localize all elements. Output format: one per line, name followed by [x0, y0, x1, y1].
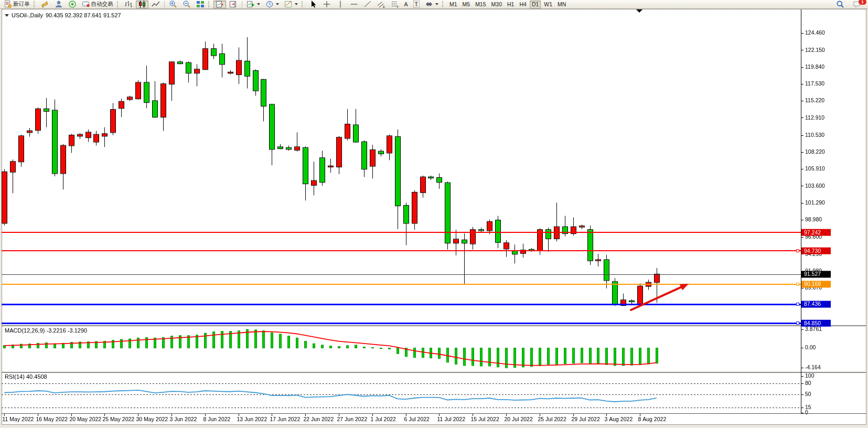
periods-icon [265, 0, 274, 8]
templates-button[interactable] [282, 1, 300, 8]
fibonacci-button[interactable]: F [389, 1, 401, 8]
timeframe-label: M30 [491, 1, 502, 7]
equidistant-channel-icon: E [377, 0, 385, 8]
timeframe-label: M15 [475, 1, 486, 7]
crosshair-button[interactable] [320, 1, 333, 8]
chevron-down-icon [276, 3, 279, 5]
chart-shift-button[interactable] [213, 1, 226, 8]
chevron-down-icon [435, 3, 438, 5]
toolbar-separator [242, 1, 242, 8]
periods-button[interactable] [263, 1, 281, 8]
text-label-label: T [413, 1, 420, 8]
new-order-button[interactable]: 新订单 [2, 1, 32, 8]
chevron-down-icon [295, 3, 298, 5]
text-label-button[interactable]: T [411, 1, 422, 8]
horizontal-line-button[interactable] [348, 1, 360, 8]
search-button[interactable] [834, 1, 846, 8]
auto-scroll-icon [229, 0, 238, 8]
auto-trading-label: 自动交易 [91, 1, 113, 8]
tile-windows-icon [196, 0, 205, 8]
timeframe-m5-button[interactable]: M5 [460, 1, 473, 8]
timeframe-label: D1 [532, 1, 539, 7]
toolbar-right-group: 1 [833, 1, 867, 8]
candlestick-chart-button[interactable] [136, 1, 148, 8]
notification-badge: 1 [859, 0, 866, 5]
indicators-button[interactable] [244, 1, 262, 8]
cursor-button[interactable] [307, 1, 319, 8]
market-signal-icon [68, 0, 77, 8]
timeframe-m15-button[interactable]: M15 [473, 1, 488, 8]
macd-indicator-label: MACD(12,26,9) -3.2216 -3.1290 [5, 327, 87, 334]
chevron-down-icon [257, 3, 260, 5]
svg-text:F: F [397, 5, 399, 8]
toolbar-grip [34, 1, 37, 7]
tile-windows-button[interactable] [194, 1, 207, 8]
timeframe-label: H4 [519, 1, 526, 7]
line-chart-icon [152, 0, 160, 8]
toolbar-grip [117, 1, 121, 7]
zoom-out-button[interactable] [180, 1, 193, 8]
horizontal-line-icon [350, 0, 358, 8]
rsi-indicator-label: RSI(14) 40.4508 [5, 373, 47, 380]
zoom-in-button[interactable] [167, 1, 179, 8]
fibonacci-icon: F [391, 0, 399, 8]
application-window: 新订单自动交易EFATM1M5M15M30H1H4D1W1MN1 USOil-,… [0, 0, 868, 428]
trendline-icon [363, 0, 372, 8]
timeframe-mn-button[interactable]: MN [555, 1, 568, 8]
timeframe-d1-button[interactable]: D1 [530, 1, 541, 8]
symbol-period-label: USOil-,Daily [12, 12, 43, 18]
macd-name: MACD(12,26,9) [5, 327, 45, 334]
chevron-down-icon[interactable] [5, 14, 9, 17]
timeframe-m30-button[interactable]: M30 [489, 1, 504, 8]
vertical-line-icon [336, 0, 345, 8]
vertical-line-button[interactable] [334, 1, 347, 8]
main-toolbar: 新订单自动交易EFATM1M5M15M30H1H4D1W1MN1 [0, 0, 868, 9]
main-chart-canvas[interactable] [0, 0, 868, 428]
timeframe-h1-button[interactable]: H1 [505, 1, 516, 8]
community-icon [55, 0, 63, 8]
timeframe-w1-button[interactable]: W1 [542, 1, 554, 8]
crosshair-icon [323, 0, 331, 8]
ohlc-values: 90.435 92.392 87.641 91.527 [46, 12, 121, 18]
toolbar-separator [164, 1, 165, 8]
text-button[interactable]: A [402, 1, 410, 8]
macd-values: -3.2216 -3.1290 [46, 327, 87, 334]
chart-title-bar[interactable]: USOil-,Daily 90.435 92.392 87.641 91.527 [5, 12, 121, 18]
line-chart-button[interactable] [149, 1, 162, 8]
timeframe-h4-button[interactable]: H4 [517, 1, 528, 8]
zoom-out-icon [183, 0, 191, 8]
equidistant-channel-button[interactable]: E [375, 1, 388, 8]
toolbar-grip [302, 1, 305, 7]
bar-chart-icon [124, 0, 133, 8]
shapes-button[interactable] [423, 1, 441, 8]
auto-trading-button[interactable]: 自动交易 [80, 1, 115, 8]
chat-button[interactable]: 1 [851, 1, 863, 8]
bar-chart-button[interactable] [122, 1, 135, 8]
svg-text:E: E [383, 5, 385, 8]
timeframe-m1-button[interactable]: M1 [447, 1, 459, 8]
toolbar-grip [442, 1, 446, 7]
indicators-icon [247, 0, 255, 8]
sound-alert-button[interactable] [39, 1, 51, 8]
new-order-icon [4, 0, 12, 8]
cursor-icon [309, 0, 317, 8]
timeframe-label: M1 [449, 1, 457, 7]
text-label: A [404, 1, 408, 7]
shapes-icon [425, 0, 433, 8]
sound-alert-icon [41, 0, 49, 8]
auto-scroll-button[interactable] [227, 1, 240, 8]
timeframe-label: H1 [507, 1, 514, 7]
auto-trading-icon [82, 0, 90, 8]
zoom-in-icon [169, 0, 177, 8]
market-signal-button[interactable] [66, 1, 79, 8]
templates-icon [284, 0, 293, 8]
candlestick-chart-icon [138, 0, 146, 8]
search-icon [836, 0, 844, 8]
timeframe-label: M5 [463, 1, 470, 7]
community-button[interactable] [52, 1, 65, 8]
new-order-label: 新订单 [13, 1, 30, 8]
trendline-button[interactable] [361, 1, 374, 8]
toolbar-grip [208, 1, 212, 7]
rsi-name: RSI(14) [5, 373, 25, 380]
chart-shift-icon [216, 0, 224, 8]
